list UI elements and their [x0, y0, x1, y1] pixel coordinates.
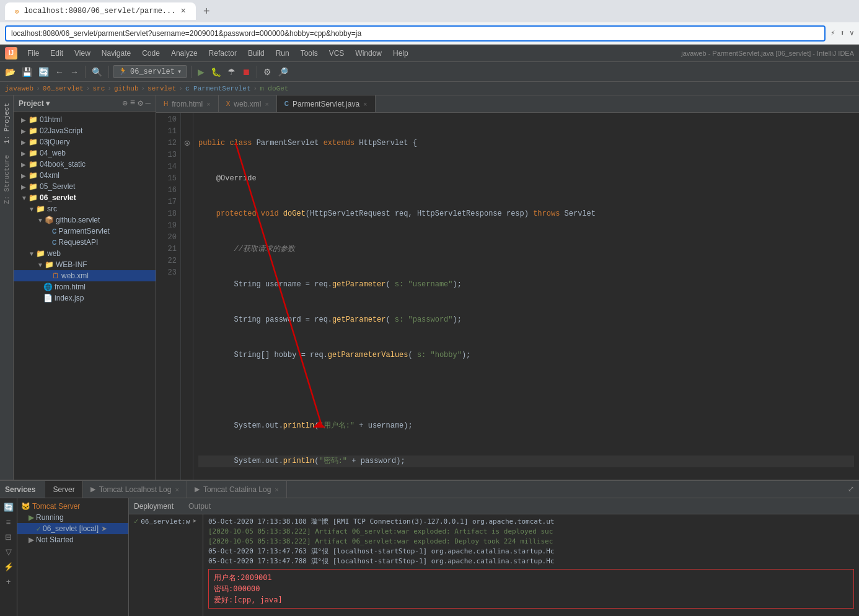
- breadcrumb-method[interactable]: m doGet: [260, 85, 288, 92]
- tree-label-web: web: [47, 249, 61, 258]
- breadcrumb-servlet[interactable]: servlet: [148, 85, 176, 92]
- find-button[interactable]: 🔍: [89, 64, 105, 79]
- project-panel-tab[interactable]: 1: Project: [1, 98, 12, 149]
- bookmark-icon[interactable]: ⚡: [830, 29, 835, 38]
- tree-item-parmentservlet[interactable]: C ParmentServlet: [14, 226, 156, 237]
- tab-fromhtml-close[interactable]: ×: [206, 100, 210, 108]
- search-everywhere-button[interactable]: 🔎: [275, 64, 291, 79]
- save-button[interactable]: 💾: [19, 64, 35, 79]
- menu-build[interactable]: Build: [243, 46, 270, 60]
- breadcrumb-github[interactable]: github: [114, 85, 139, 92]
- menu-refactor[interactable]: Refactor: [204, 46, 242, 60]
- tree-item-04web[interactable]: ▶ 📁 04_web: [14, 147, 156, 159]
- tree-label-fromhtml: from.html: [55, 283, 86, 291]
- tree-item-webinf[interactable]: ▼ 📁 WEB-INF: [14, 259, 156, 270]
- xml-tab-icon: X: [226, 100, 231, 107]
- tree-item-04xml[interactable]: ▶ 📁 04xml: [14, 170, 156, 181]
- tree-item-01html[interactable]: ▶ 📁 01html: [14, 114, 156, 125]
- tab-parmentservlet-close[interactable]: ×: [363, 100, 367, 108]
- menu-help[interactable]: Help: [388, 46, 413, 60]
- tab-fromhtml[interactable]: H from.html ×: [156, 95, 219, 112]
- breadcrumb-src[interactable]: src: [92, 85, 105, 92]
- menu-window[interactable]: Window: [350, 46, 387, 60]
- structure-panel-tab[interactable]: Z: Structure: [1, 150, 12, 209]
- menu-navigate[interactable]: Navigate: [97, 46, 136, 60]
- open-button[interactable]: 📂: [2, 64, 18, 79]
- catalina-log-close[interactable]: ×: [275, 486, 278, 493]
- refresh-srv-button[interactable]: 🔄: [2, 501, 15, 514]
- share-icon[interactable]: ⬆: [840, 29, 845, 38]
- tab-close-button[interactable]: ×: [180, 6, 185, 16]
- srv-add-button[interactable]: +: [4, 575, 13, 588]
- services-tree: 🐱 Tomcat Server ▶ Running ✓ 06_servlet […: [17, 498, 129, 616]
- tree-item-web[interactable]: ▼ 📁 web: [14, 248, 156, 259]
- tab-webxml-close[interactable]: ×: [265, 100, 268, 108]
- localhost-log-close[interactable]: ×: [175, 486, 178, 493]
- menu-analyze[interactable]: Analyze: [166, 46, 203, 60]
- tree-item-webxml[interactable]: 🗒 web.xml: [14, 270, 156, 281]
- run-button[interactable]: ▶: [195, 64, 207, 79]
- xml-file-icon: 🗒: [52, 271, 59, 280]
- breadcrumb-06servlet[interactable]: 06_servlet: [43, 85, 84, 92]
- tree-item-github-servlet[interactable]: ▼ 📦 github.servlet: [14, 214, 156, 226]
- settings-icon[interactable]: ⚙: [138, 98, 143, 108]
- back-button[interactable]: ←: [53, 64, 66, 79]
- srv-run-button[interactable]: ⚡: [2, 560, 15, 573]
- tree-arrow-icon: ▶: [21, 128, 27, 134]
- stop-button[interactable]: ⏹: [239, 64, 253, 79]
- tab-webxml[interactable]: X web.xml ×: [219, 95, 277, 112]
- tree-item-indexjsp[interactable]: 📄 index.jsp: [14, 293, 156, 304]
- tree-item-06servlet[interactable]: ▼ 📁 06_servlet: [14, 192, 156, 203]
- debug-button[interactable]: 🐛: [208, 64, 224, 79]
- file-tree-content: ▶ 📁 01html ▶ 📁 02JavaScript ▶ 📁: [14, 112, 156, 480]
- new-tab-button[interactable]: +: [198, 5, 215, 18]
- srv-tomcat-label: Tomcat Server: [32, 502, 80, 511]
- forward-button[interactable]: →: [68, 64, 81, 79]
- srv-filter-button[interactable]: ▽: [4, 545, 14, 558]
- close-panel-icon[interactable]: —: [146, 98, 151, 108]
- srv-expand-button[interactable]: ≡: [4, 516, 13, 529]
- coverage-button[interactable]: ☂: [225, 64, 238, 79]
- srv-item-tomcat[interactable]: 🐱 Tomcat Server: [17, 501, 128, 512]
- expand-panel-icon[interactable]: ⤢: [848, 485, 854, 494]
- not-started-icon: ▶: [29, 535, 34, 544]
- sync-button[interactable]: 🔄: [36, 64, 51, 79]
- menu-code[interactable]: Code: [137, 46, 165, 60]
- tab-webxml-label: web.xml: [234, 100, 261, 108]
- srv-collapse-button[interactable]: ⊟: [3, 530, 14, 543]
- srv-item-06servlet[interactable]: ✓ 06_servlet [local] ➤: [17, 523, 128, 534]
- tree-item-src[interactable]: ▼ 📁 src: [14, 203, 156, 214]
- menu-edit[interactable]: Edit: [45, 46, 68, 60]
- tree-item-requestapi[interactable]: C RequestAPI: [14, 237, 156, 248]
- code-content[interactable]: public class ParmentServlet extends Http…: [193, 113, 859, 480]
- browser-tab-active[interactable]: ⊙ localhost:8080/06_servlet/parme... ×: [5, 2, 196, 20]
- tree-item-fromhtml[interactable]: 🌐 from.html: [14, 281, 156, 293]
- folder-icon: 📁: [29, 160, 38, 169]
- panel-tab-server[interactable]: Server: [45, 481, 82, 498]
- tree-item-05servlet[interactable]: ▶ 📁 05_Servlet: [14, 181, 156, 192]
- breadcrumb-javaweb[interactable]: javaweb: [5, 85, 33, 92]
- scope-icon[interactable]: ⊕: [122, 98, 127, 108]
- settings-button[interactable]: ⚙: [261, 64, 274, 79]
- menu-run[interactable]: Run: [271, 46, 294, 60]
- panel-tab-catalina-log[interactable]: ▶ Tomcat Catalina Log ×: [187, 481, 287, 498]
- srv-item-running[interactable]: ▶ Running: [17, 512, 128, 523]
- tree-label-03jq: 03jQuery: [40, 138, 70, 146]
- menu-vcs[interactable]: VCS: [324, 46, 350, 60]
- srv-item-not-started[interactable]: ▶ Not Started: [17, 534, 128, 545]
- panel-tab-localhost-log[interactable]: ▶ Tomcat Localhost Log ×: [83, 481, 187, 498]
- tree-item-03jq[interactable]: ▶ 📁 03jQuery: [14, 136, 156, 147]
- menu-icon[interactable]: ∨: [850, 29, 854, 38]
- menu-file[interactable]: File: [22, 46, 44, 60]
- tree-item-04book[interactable]: ▶ 📁 04book_static: [14, 159, 156, 170]
- collapse-icon[interactable]: ≡: [130, 98, 135, 108]
- menu-tools[interactable]: Tools: [296, 46, 323, 60]
- project-selector[interactable]: 🏃 06_servlet ▾: [113, 65, 187, 78]
- project-icon: 🏃: [118, 67, 128, 76]
- breadcrumb-class[interactable]: c ParmentServlet: [185, 85, 251, 92]
- menu-bar: IJ File Edit View Navigate Code Analyze …: [0, 45, 859, 62]
- url-bar-input[interactable]: [5, 25, 826, 42]
- menu-view[interactable]: View: [69, 46, 95, 60]
- tab-parmentservlet[interactable]: C ParmentServlet.java ×: [277, 95, 376, 112]
- tree-item-02js[interactable]: ▶ 📁 02JavaScript: [14, 125, 156, 136]
